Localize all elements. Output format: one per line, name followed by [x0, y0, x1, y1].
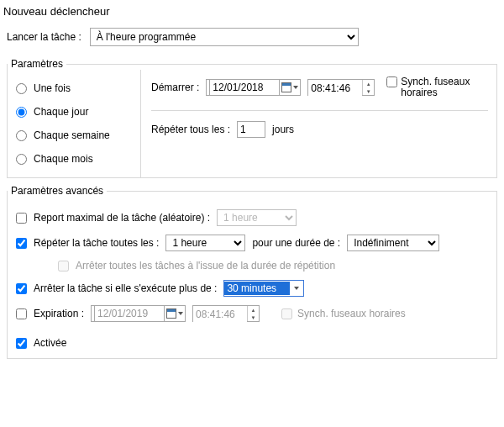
start-label: Démarrer : — [151, 82, 199, 93]
stop-if-label[interactable]: Arrêter la tâche si elle s'exécute plus … — [34, 282, 217, 294]
enabled-label[interactable]: Activée — [34, 337, 66, 349]
radio-once-label[interactable]: Une fois — [34, 82, 71, 94]
launch-label: Lancer la tâche : — [7, 31, 81, 43]
chevron-down-icon — [293, 86, 298, 89]
repeat-interval-select[interactable]: 1 heure — [165, 235, 245, 251]
sync-timezone-checkbox[interactable] — [386, 76, 397, 87]
radio-monthly[interactable] — [16, 154, 27, 165]
expire-time-spinner: ▲ ▼ — [192, 305, 260, 322]
spin-down-icon[interactable]: ▼ — [363, 87, 374, 95]
expire-time-input — [193, 306, 247, 323]
expire-sync-checkbox — [281, 308, 292, 319]
enabled-checkbox[interactable] — [16, 338, 27, 349]
calendar-icon — [166, 308, 176, 319]
repeat-task-checkbox[interactable] — [16, 238, 27, 249]
radio-once[interactable] — [16, 83, 27, 94]
stop-all-checkbox — [58, 261, 69, 271]
chevron-down-icon — [294, 287, 299, 290]
repeat-days-input[interactable] — [237, 121, 265, 138]
delay-label[interactable]: Report maximal de la tâche (aléatoire) : — [34, 212, 210, 224]
repeat-unit-label: jours — [272, 124, 294, 135]
expiration-checkbox[interactable] — [16, 308, 27, 319]
stop-if-duration-select[interactable]: 30 minutes — [223, 280, 304, 297]
parameters-group: Paramètres Une fois Chaque jour Chaque s… — [7, 58, 497, 178]
radio-weekly[interactable] — [16, 130, 27, 141]
radio-daily-label[interactable]: Chaque jour — [34, 106, 88, 118]
sync-timezone-label: Synch. fuseaux horaires — [401, 76, 476, 98]
repeat-task-label[interactable]: Répéter la tâche toutes les : — [34, 237, 159, 249]
start-time-spinner[interactable]: ▲ ▼ — [307, 79, 375, 96]
spin-down-icon: ▼ — [248, 314, 259, 321]
window-title: Nouveau déclencheur — [0, 0, 504, 26]
start-date-picker[interactable] — [206, 79, 301, 96]
radio-daily[interactable] — [16, 107, 27, 118]
stop-all-label: Arrêter toutes les tâches à l'issue de l… — [76, 260, 335, 271]
spin-up-icon: ▲ — [248, 306, 259, 314]
repeat-for-label: pour une durée de : — [252, 237, 340, 249]
delay-select: 1 heure — [217, 209, 297, 226]
radio-monthly-label[interactable]: Chaque mois — [34, 153, 93, 165]
repeat-duration-select[interactable]: Indéfiniment — [347, 235, 439, 251]
repeat-every-label: Répéter tous les : — [151, 124, 230, 135]
expire-date-picker — [91, 305, 186, 322]
expire-date-input — [94, 305, 165, 322]
start-time-input[interactable] — [308, 80, 362, 97]
parameters-legend: Paramètres — [8, 58, 66, 70]
start-date-input[interactable] — [209, 79, 280, 96]
stop-if-checkbox[interactable] — [16, 283, 27, 294]
delay-checkbox[interactable] — [16, 213, 27, 224]
spin-up-icon[interactable]: ▲ — [363, 80, 374, 87]
advanced-group: Paramètres avancés Report maximal de la … — [7, 185, 497, 359]
chevron-down-icon — [178, 312, 183, 315]
expire-sync-label: Synch. fuseaux horaires — [297, 308, 406, 319]
calendar-icon — [281, 82, 291, 92]
radio-weekly-label[interactable]: Chaque semaine — [34, 129, 110, 141]
launch-trigger-select[interactable]: À l'heure programmée — [90, 28, 359, 46]
advanced-legend: Paramètres avancés — [8, 185, 107, 197]
divider — [151, 110, 488, 111]
expiration-label[interactable]: Expiration : — [34, 308, 84, 319]
